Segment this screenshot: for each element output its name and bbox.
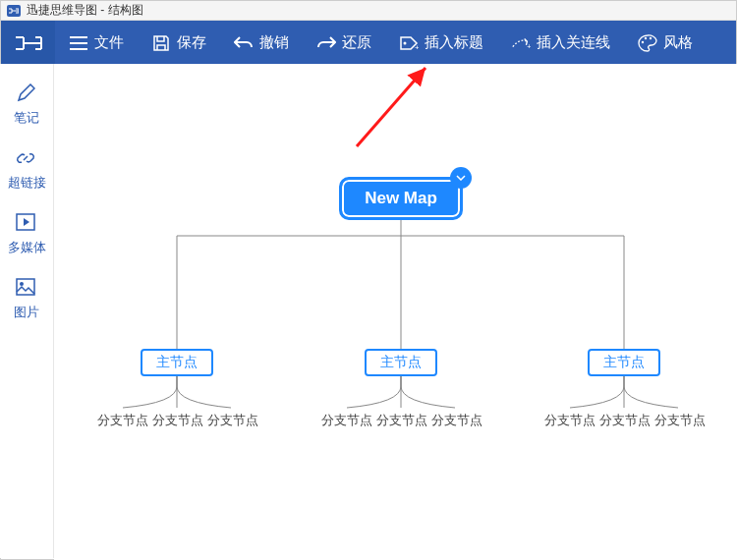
svg-point-8 <box>20 282 24 286</box>
toolbar-logo[interactable] <box>1 21 55 65</box>
sidebar-item-note[interactable]: 笔记 <box>14 84 39 127</box>
annotation-arrow <box>349 54 437 152</box>
link-icon <box>16 148 37 170</box>
connector-icon: + <box>511 33 531 53</box>
redo-button[interactable]: 还原 <box>303 21 385 65</box>
sidebar-item-multimedia[interactable]: 多媒体 <box>8 213 46 256</box>
root-node-handle[interactable] <box>450 167 472 189</box>
sidebar-item-hyperlink[interactable]: 超链接 <box>8 148 46 192</box>
leaf-node[interactable]: 分支节点 <box>152 412 203 429</box>
leaf-node[interactable]: 分支节点 <box>654 412 706 429</box>
file-menu[interactable]: 文件 <box>55 21 138 65</box>
svg-point-3 <box>642 40 644 42</box>
save-button[interactable]: 保存 <box>138 21 220 65</box>
root-node[interactable]: New Map <box>339 177 463 220</box>
undo-button[interactable]: 撤销 <box>220 21 303 65</box>
leaf-node[interactable]: 分支节点 <box>431 412 482 429</box>
sidebar-item-label: 图片 <box>14 304 39 321</box>
chevron-down-icon <box>456 175 466 181</box>
leaf-node[interactable]: 分支节点 <box>207 412 258 429</box>
style-button[interactable]: 风格 <box>624 21 707 65</box>
svg-text:+: + <box>415 43 419 51</box>
sidebar-item-label: 笔记 <box>14 109 39 127</box>
titlebar: 迅捷思维导图 - 结构图 <box>1 1 736 21</box>
svg-point-0 <box>404 41 407 44</box>
leaf-node[interactable]: 分支节点 <box>97 412 148 429</box>
leaf-node[interactable]: 分支节点 <box>321 412 372 429</box>
app-icon <box>7 5 21 17</box>
sidebar: 笔记 超链接 多媒体 图片 <box>0 64 54 558</box>
svg-point-5 <box>650 36 652 38</box>
insert-relation-button[interactable]: + 插入关连线 <box>497 21 624 65</box>
undo-icon <box>234 33 254 53</box>
play-icon <box>16 213 37 235</box>
leaf-node[interactable]: 分支节点 <box>376 412 427 429</box>
pencil-icon <box>16 84 37 105</box>
svg-text:+: + <box>527 42 531 51</box>
sidebar-item-label: 超链接 <box>8 174 46 192</box>
svg-rect-7 <box>17 279 34 295</box>
leaf-node[interactable]: 分支节点 <box>544 412 595 429</box>
sidebar-item-label: 多媒体 <box>8 239 46 256</box>
svg-line-9 <box>357 68 425 146</box>
image-icon <box>16 278 37 300</box>
save-icon <box>151 33 171 53</box>
main-node[interactable]: 主节点 <box>365 349 437 376</box>
tag-icon: + <box>399 33 419 53</box>
main-node[interactable]: 主节点 <box>141 349 213 376</box>
canvas[interactable]: New Map 主节点 主节点 主节点 分支节点 分支节点 分支节点 分支节点 … <box>54 64 737 560</box>
app-title: 迅捷思维导图 - 结构图 <box>27 2 143 19</box>
connectors <box>54 64 737 560</box>
insert-title-button[interactable]: + 插入标题 <box>385 21 497 65</box>
svg-point-4 <box>645 36 647 38</box>
toolbar: 文件 保存 撤销 还原 + 插入标题 + 插入关连线 风格 <box>1 21 736 65</box>
sidebar-item-image[interactable]: 图片 <box>14 278 39 321</box>
mindmap-icon <box>14 31 43 55</box>
leaf-node[interactable]: 分支节点 <box>599 412 651 429</box>
redo-icon <box>316 33 336 53</box>
menu-icon <box>69 33 88 53</box>
palette-icon <box>638 33 657 53</box>
main-node[interactable]: 主节点 <box>588 349 660 376</box>
